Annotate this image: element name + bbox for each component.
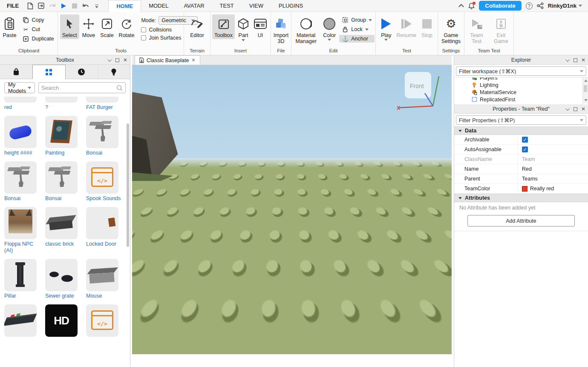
color-caret-icon[interactable] <box>328 39 331 41</box>
toolbox-item[interactable]: Spook Sounds <box>86 161 124 202</box>
red-team-spawn[interactable] <box>267 212 340 261</box>
redo-icon[interactable] <box>47 1 58 11</box>
tab-view[interactable]: VIEW <box>242 0 271 12</box>
archivable-checkbox[interactable] <box>522 137 528 143</box>
float-panel-icon[interactable] <box>574 58 577 62</box>
anchor-button[interactable]: ⚓Anchor <box>339 35 375 43</box>
tab-plugins[interactable]: PLUGINS <box>271 0 311 12</box>
play-caret-icon[interactable] <box>384 39 388 41</box>
tab-creations[interactable] <box>98 65 130 79</box>
toolbox-button[interactable]: Toolbox <box>212 14 235 39</box>
tree-item-lighting[interactable]: Lighting <box>454 81 588 89</box>
minimize-ribbon-icon[interactable] <box>458 4 464 9</box>
customize-toolbar-icon[interactable] <box>91 1 102 11</box>
team-color-swatch[interactable] <box>522 186 527 192</box>
toolbox-item[interactable]: classic brick <box>45 207 84 254</box>
team-test-button[interactable]: Team Test <box>465 14 488 46</box>
toolbox-item[interactable]: Mouse <box>86 259 124 299</box>
part-caret-icon[interactable] <box>242 39 245 41</box>
viewport-tab[interactable]: Classic Baseplate <box>135 55 200 65</box>
paste-button[interactable]: Paste <box>0 14 18 39</box>
parent-value[interactable]: Teams <box>517 174 588 184</box>
duplicate-button[interactable]: Duplicate <box>20 35 56 43</box>
move-tool-button[interactable]: Move <box>80 14 98 39</box>
lock-caret-icon[interactable] <box>365 29 369 31</box>
undo-icon[interactable] <box>80 1 91 11</box>
close-panel-icon[interactable] <box>581 106 585 112</box>
toolbox-item[interactable]: Locked Door <box>86 207 124 254</box>
copy-button[interactable]: Copy <box>20 16 56 24</box>
properties-filter-input[interactable] <box>459 117 580 123</box>
group-caret-icon[interactable] <box>369 19 372 21</box>
tab-test[interactable]: TEST <box>212 0 242 12</box>
toolbox-item[interactable]: Bonsai <box>45 161 84 202</box>
gray-wedge-part[interactable] <box>132 86 180 178</box>
cut-button[interactable]: ✂Cut <box>20 26 56 33</box>
explorer-scrollbar[interactable] <box>582 77 588 103</box>
rotate-tool-button[interactable]: Rotate <box>117 14 137 39</box>
collaborate-button[interactable]: Collaborate <box>479 1 522 11</box>
file-menu[interactable]: FILE <box>0 3 25 9</box>
join-surfaces-checkbox[interactable] <box>141 35 146 40</box>
tree-item-players[interactable]: Players <box>454 77 588 81</box>
tab-model[interactable]: MODEL <box>141 0 176 12</box>
close-panel-icon[interactable] <box>123 57 127 63</box>
category-select[interactable]: My Models <box>4 82 35 93</box>
open-file-icon[interactable] <box>36 1 47 11</box>
quick-play-icon[interactable] <box>58 1 69 11</box>
tree-item-replicated-first[interactable]: ReplicatedFirst <box>454 96 588 103</box>
toolbox-item[interactable]: Pillar <box>4 259 43 299</box>
scroll-down-icon[interactable] <box>584 99 588 101</box>
import-3d-button[interactable]: Import 3D <box>271 14 291 46</box>
float-panel-icon[interactable] <box>574 107 577 111</box>
section-attributes[interactable]: Attributes <box>454 194 588 202</box>
tab-marketplace[interactable] <box>0 65 32 79</box>
tab-home[interactable]: HOME <box>108 0 141 12</box>
toolbox-item[interactable]: HD <box>45 304 84 338</box>
tab-avatar[interactable]: AVATAR <box>176 0 212 12</box>
toolbox-item[interactable]: Painting <box>45 116 84 156</box>
toolbox-item[interactable]: height #### <box>4 116 43 156</box>
select-tool-button[interactable]: Select <box>60 14 79 39</box>
toolbox-item[interactable]: Sewer grate <box>45 259 84 299</box>
game-settings-button[interactable]: ⚙ Game Settings <box>438 14 464 46</box>
tab-inventory[interactable] <box>32 65 65 79</box>
section-data[interactable]: Data <box>454 126 588 135</box>
part-button[interactable]: Part <box>236 14 251 42</box>
close-tab-icon[interactable] <box>191 57 195 63</box>
teamcolor-value[interactable]: Really red <box>530 186 554 192</box>
exit-game-button[interactable]: Exit Game <box>489 14 513 46</box>
toolbox-item[interactable] <box>86 304 124 338</box>
explorer-filter-input[interactable] <box>459 68 580 74</box>
quick-stop-icon[interactable] <box>69 1 80 11</box>
tab-recent[interactable] <box>66 65 98 79</box>
scale-tool-button[interactable]: Scale <box>98 14 115 39</box>
color-button[interactable]: Color <box>321 14 338 42</box>
float-panel-icon[interactable] <box>115 58 119 62</box>
toolbox-item[interactable]: Floppa NPC (AI) <box>4 207 43 254</box>
view-cube[interactable]: Front X <box>396 69 445 113</box>
close-panel-icon[interactable] <box>581 57 585 63</box>
terrain-editor-button[interactable]: Editor <box>188 14 206 39</box>
add-attribute-button[interactable]: Add Attribute <box>467 215 575 227</box>
resume-button[interactable]: Resume <box>395 14 419 39</box>
share-icon[interactable] <box>537 3 544 9</box>
3d-viewport[interactable]: Front X <box>132 65 452 354</box>
new-file-icon[interactable] <box>25 1 36 11</box>
toolbox-scrollbar[interactable] <box>127 123 129 247</box>
help-icon[interactable] <box>526 3 533 9</box>
tree-item-material-service[interactable]: MaterialService <box>454 89 588 96</box>
autoassignable-checkbox[interactable] <box>522 146 528 152</box>
material-manager-button[interactable]: Material Manager <box>292 14 320 46</box>
toolbox-item[interactable]: Bonsai <box>4 161 43 202</box>
name-value[interactable]: Red <box>517 164 588 174</box>
group-button[interactable]: Group <box>339 16 375 24</box>
toolbox-item[interactable] <box>4 304 43 338</box>
scroll-up-icon[interactable] <box>584 80 588 82</box>
collisions-checkbox[interactable] <box>141 27 146 32</box>
toolbox-item[interactable]: ? <box>45 97 84 111</box>
blue-team-spawn[interactable] <box>181 213 258 262</box>
toolbox-item[interactable]: Bonsai <box>86 116 124 156</box>
stop-button[interactable]: Stop <box>419 14 435 39</box>
play-button[interactable]: Play <box>379 14 393 42</box>
